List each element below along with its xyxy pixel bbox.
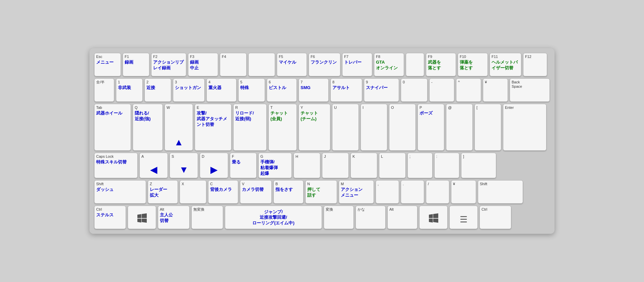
key-esc[interactable]: Esc メニュー [94, 53, 121, 76]
key-menu[interactable]: ☰ [449, 206, 478, 229]
key-1[interactable]: 1 非武装 [116, 78, 143, 102]
key-f4[interactable]: F4 [220, 53, 247, 76]
key-g[interactable]: G 手榴弾/粘着爆弾起爆 [258, 153, 292, 178]
key-f[interactable]: F 乗る [230, 153, 257, 178]
key-j[interactable]: J [322, 153, 349, 178]
key-caret[interactable]: ^ [456, 78, 481, 102]
key-f8b[interactable] [406, 53, 424, 76]
key-f11[interactable]: F11 ヘルメットバイザー切替 [490, 53, 521, 76]
key-win-left[interactable] [128, 206, 156, 229]
key-v[interactable]: V カメラ切替 [240, 180, 272, 204]
caps-row: Caps Lock 特殊スキル切替 A S D F 乗る G 手榴弾/粘着爆弾起… [94, 153, 550, 178]
key-yen2[interactable]: ¥ [451, 180, 476, 204]
key-h[interactable]: H [294, 153, 320, 178]
key-f6[interactable]: F6 フランクリン [309, 53, 340, 76]
key-w[interactable]: W [165, 104, 193, 151]
key-3[interactable]: 3 ショットガン [173, 78, 205, 102]
key-ctrl-left[interactable]: Ctrl ステルス [94, 206, 126, 229]
key-9[interactable]: 9 スナイパー [364, 78, 399, 102]
number-row: 全/半 1 非武装 2 近接 3 ショットガン 4 重火器 5 特殊 6 ピスト… [94, 78, 550, 102]
key-t[interactable]: T チャット(全員) [268, 104, 297, 151]
key-shift-right[interactable]: Shift [478, 180, 523, 204]
key-f8[interactable]: F8 GTAオンライン [374, 53, 404, 76]
key-6[interactable]: 6 ピストル [267, 78, 297, 102]
key-comma[interactable]: , [376, 180, 399, 204]
key-f4b[interactable] [248, 53, 275, 76]
key-q[interactable]: Q 隠れる/近接(強) [133, 104, 163, 151]
key-a[interactable]: A [139, 153, 168, 178]
key-b[interactable]: B 指をさす [273, 180, 304, 204]
windows-icon [137, 213, 147, 223]
key-u[interactable]: U [332, 104, 359, 151]
key-0[interactable]: 0 [401, 78, 428, 102]
key-k[interactable]: K [350, 153, 377, 178]
key-rbracket[interactable]: ] [461, 153, 496, 178]
key-backspace[interactable]: BackSpace [510, 78, 550, 102]
key-at[interactable]: @ [446, 104, 473, 151]
key-ctrl-right[interactable]: Ctrl [479, 206, 511, 229]
key-f10[interactable]: F10 弾薬を落とす [458, 53, 488, 76]
key-f7[interactable]: F7 トレバー [342, 53, 372, 76]
key-d[interactable]: D [200, 153, 228, 178]
key-f12[interactable]: F12 [523, 53, 547, 76]
key-5[interactable]: 5 特殊 [238, 78, 265, 102]
key-enter[interactable]: Enter [503, 104, 546, 151]
key-7[interactable]: 7 SMG [299, 78, 329, 102]
key-colon[interactable]: : [434, 153, 459, 178]
fn-row: Esc メニュー F1 録画 F2 アクションリプレイ録画 F3 録画中止 F4… [94, 53, 550, 76]
key-space[interactable]: ジャンプ/近接攻撃回避/ローリング(エイム中) [225, 206, 322, 229]
key-alt-right[interactable]: Alt [387, 206, 417, 229]
key-f1[interactable]: F1 録画 [123, 53, 149, 76]
key-s[interactable]: S [170, 153, 198, 178]
shift-row: Shift ダッシュ Z レーダー拡大 X C 背後カメラ V カメラ切替 B … [94, 180, 550, 204]
menu-icon: ☰ [460, 214, 467, 225]
key-e[interactable]: E 攻撃/武器アタッチメント切替 [195, 104, 232, 151]
key-f9[interactable]: F9 武器を落とす [426, 53, 456, 76]
key-henkan[interactable]: 変換 [324, 206, 354, 229]
key-c[interactable]: C 背後カメラ [208, 180, 238, 204]
key-f5[interactable]: F5 マイケル [277, 53, 307, 76]
key-f3[interactable]: F3 録画中止 [188, 53, 218, 76]
key-tab[interactable]: Tab 武器ホイール [94, 104, 131, 151]
key-f2[interactable]: F2 アクションリプレイ録画 [151, 53, 186, 76]
key-8[interactable]: 8 アサルト [330, 78, 362, 102]
key-l[interactable]: L [379, 153, 406, 178]
key-zenhalf[interactable]: 全/半 [94, 78, 114, 102]
key-lbracket[interactable]: [ [474, 104, 501, 151]
windows-icon-right [429, 213, 438, 223]
key-4[interactable]: 4 重火器 [206, 78, 237, 102]
key-2[interactable]: 2 近接 [144, 78, 171, 102]
key-i[interactable]: I [361, 104, 387, 151]
key-n[interactable]: N 押して話す [305, 180, 337, 204]
key-r[interactable]: R リロード/近接(弱) [233, 104, 267, 151]
tab-row: Tab 武器ホイール Q 隠れる/近接(強) W E 攻撃/武器アタッチメント切… [94, 104, 550, 151]
ctrl-row: Ctrl ステルス Alt 主人公切替 無変換 ジャンプ/近接攻撃回避/ローリン… [94, 206, 550, 229]
key-capslock[interactable]: Caps Lock 特殊スキル切替 [94, 153, 138, 178]
key-shift-left[interactable]: Shift ダッシュ [94, 180, 146, 204]
key-semicolon[interactable]: ; [407, 153, 433, 178]
key-alt-left[interactable]: Alt 主人公切替 [158, 206, 190, 229]
key-p[interactable]: P ポーズ [417, 104, 444, 151]
key-yen[interactable]: ¥ [483, 78, 508, 102]
key-muhenkan[interactable]: 無変換 [191, 206, 223, 229]
key-win-right[interactable] [419, 206, 448, 229]
key-z[interactable]: Z レーダー拡大 [148, 180, 178, 204]
key-minus[interactable]: - [429, 78, 454, 102]
key-x[interactable]: X [180, 180, 206, 204]
key-period[interactable]: . [401, 180, 424, 204]
key-slash[interactable]: / [426, 180, 449, 204]
key-kana[interactable]: かな [356, 206, 386, 229]
keyboard: Esc メニュー F1 録画 F2 アクションリプレイ録画 F3 録画中止 F4… [89, 48, 555, 234]
key-y[interactable]: Y チャット(チーム) [299, 104, 330, 151]
key-m[interactable]: M アクションメニュー [339, 180, 374, 204]
key-o[interactable]: O [389, 104, 416, 151]
